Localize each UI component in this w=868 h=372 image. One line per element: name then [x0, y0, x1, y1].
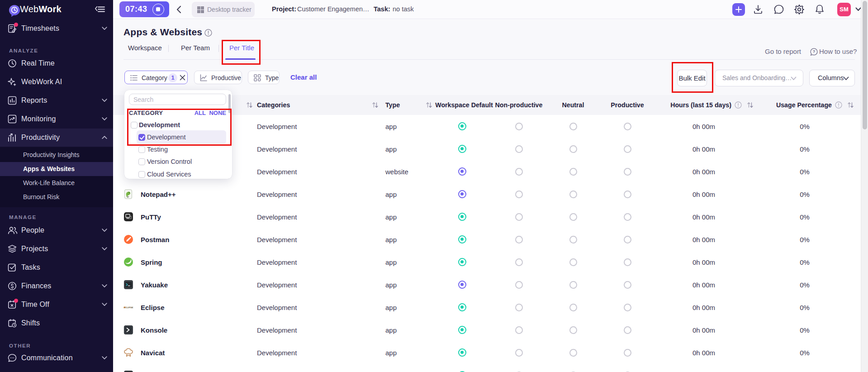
dropdown-scrollbar[interactable]: [228, 94, 231, 113]
workspace-default-radio[interactable]: [458, 167, 466, 176]
non-productive-radio[interactable]: [515, 349, 523, 357]
bulk-edit-button[interactable]: Bulk Edit: [677, 70, 707, 86]
category-option-version-control[interactable]: Version Control: [124, 157, 232, 167]
columns-button[interactable]: Columns: [809, 70, 855, 86]
non-productive-radio[interactable]: [515, 258, 523, 266]
productive-radio[interactable]: [624, 281, 631, 289]
neutral-radio[interactable]: [569, 213, 577, 221]
neutral-radio[interactable]: [569, 326, 577, 334]
neutral-radio[interactable]: [569, 236, 577, 243]
sidebar-subitem-burnout-risk[interactable]: Burnout Risk: [0, 190, 113, 204]
category-option-testing[interactable]: Testing: [124, 144, 232, 155]
how-to-use-link[interactable]: How to use?: [819, 48, 857, 55]
download-icon[interactable]: [752, 4, 764, 15]
timer-pill[interactable]: 07:43: [119, 1, 169, 17]
tab-per-title[interactable]: Per Title: [229, 44, 254, 52]
collapse-tracker-icon[interactable]: [176, 5, 181, 14]
chat-search-icon[interactable]: [773, 4, 785, 15]
select-none-link[interactable]: NONE: [209, 110, 226, 116]
sort-type-icon[interactable]: [426, 102, 432, 108]
sort-title-icon[interactable]: [247, 102, 252, 108]
checkbox-icon[interactable]: [131, 122, 138, 129]
non-productive-radio[interactable]: [515, 281, 523, 289]
avatar[interactable]: SM: [837, 3, 851, 16]
checkbox-checked-icon[interactable]: [138, 134, 145, 141]
productive-radio[interactable]: [624, 191, 631, 198]
workspace-default-radio[interactable]: [458, 235, 466, 243]
sidebar-item-projects[interactable]: Projects: [0, 240, 113, 258]
sidebar-item-finances[interactable]: Finances: [0, 277, 113, 295]
workspace-default-radio[interactable]: [458, 303, 466, 311]
productive-radio[interactable]: [624, 236, 631, 243]
neutral-radio[interactable]: [569, 191, 577, 198]
tab-per-team[interactable]: Per Team: [181, 44, 210, 52]
bell-icon[interactable]: [814, 4, 825, 15]
sidebar-subitem-productivity-insights[interactable]: Productivity Insights: [0, 148, 113, 162]
sidebar-subitem-work-life-balance[interactable]: Work-Life Balance: [0, 176, 113, 190]
productive-radio[interactable]: [624, 145, 631, 153]
sidebar-item-real-time[interactable]: Real Time: [0, 54, 113, 72]
non-productive-radio[interactable]: [515, 304, 523, 311]
column-header-usage[interactable]: Usage Percentage: [753, 95, 856, 115]
search-input[interactable]: [129, 94, 226, 105]
sidebar-item-people[interactable]: People: [0, 221, 113, 239]
sidebar-item-tasks[interactable]: Tasks: [0, 258, 113, 277]
neutral-radio[interactable]: [569, 349, 577, 357]
workspace-default-radio[interactable]: [458, 326, 466, 334]
stop-timer-button[interactable]: [152, 4, 164, 15]
workspace-default-radio[interactable]: [458, 213, 466, 221]
workspace-default-radio[interactable]: [458, 281, 466, 289]
non-productive-radio[interactable]: [515, 168, 523, 176]
select-all-link[interactable]: ALL: [194, 110, 206, 116]
page-scrollbar-thumb[interactable]: [863, 1, 867, 129]
sidebar-item-time-off[interactable]: Time Off: [0, 296, 113, 314]
sidebar-item-shifts[interactable]: Shifts: [0, 314, 113, 332]
productive-radio[interactable]: [624, 213, 631, 221]
sidebar-item-monitoring[interactable]: Monitoring: [0, 110, 113, 128]
productive-radio[interactable]: [624, 304, 631, 311]
team-select[interactable]: Sales and Onboarding…: [715, 70, 803, 86]
neutral-radio[interactable]: [569, 145, 577, 153]
workspace-default-radio[interactable]: [458, 348, 466, 357]
sidebar-item-reports[interactable]: Reports: [0, 91, 113, 110]
type-filter-chip[interactable]: Type: [248, 71, 280, 84]
sidebar-subitem-apps-websites[interactable]: Apps & Websites: [0, 162, 113, 176]
non-productive-radio[interactable]: [515, 145, 523, 153]
column-header-type[interactable]: Type: [385, 95, 433, 115]
neutral-radio[interactable]: [569, 123, 577, 130]
category-option-cloud-services[interactable]: Cloud Services: [124, 169, 232, 180]
productive-filter-chip[interactable]: Productive: [194, 71, 242, 84]
non-productive-radio[interactable]: [515, 191, 523, 198]
sort-hours-icon[interactable]: [747, 102, 753, 108]
sort-usage-icon[interactable]: [848, 102, 854, 108]
productive-radio[interactable]: [624, 258, 631, 266]
workspace-default-radio[interactable]: [458, 145, 466, 153]
add-button[interactable]: [732, 3, 745, 16]
clear-all-link[interactable]: Clear all: [290, 73, 317, 81]
go-to-report-link[interactable]: Go to report: [765, 48, 801, 55]
tab-workspace[interactable]: Workspace: [128, 44, 162, 52]
category-option-development[interactable]: Development: [124, 120, 232, 131]
title-info-icon[interactable]: [204, 29, 212, 37]
sidebar-item-webwork-ai[interactable]: WebWork AI: [0, 73, 113, 91]
productive-radio[interactable]: [624, 168, 631, 176]
workspace-default-radio[interactable]: [458, 122, 466, 130]
checkbox-icon[interactable]: [138, 146, 145, 153]
usage-info-icon[interactable]: [832, 101, 842, 109]
sort-categories-icon[interactable]: [372, 102, 378, 108]
gear-icon[interactable]: [793, 4, 805, 15]
column-header-categories[interactable]: Categories: [257, 95, 385, 115]
page-scrollbar[interactable]: [861, 0, 868, 372]
productive-radio[interactable]: [624, 123, 631, 130]
sidebar-item-productivity[interactable]: Productivity: [0, 129, 113, 147]
non-productive-radio[interactable]: [515, 236, 523, 243]
neutral-radio[interactable]: [569, 168, 577, 176]
hours-info-icon[interactable]: [731, 101, 742, 109]
task-value[interactable]: no task: [393, 5, 414, 13]
category-filter-chip[interactable]: Category 1: [124, 71, 188, 84]
non-productive-radio[interactable]: [515, 123, 523, 130]
checkbox-icon[interactable]: [138, 158, 145, 165]
project-value[interactable]: Customer Engagemen…: [297, 5, 370, 13]
neutral-radio[interactable]: [569, 304, 577, 311]
remove-category-filter-icon[interactable]: [180, 75, 185, 81]
